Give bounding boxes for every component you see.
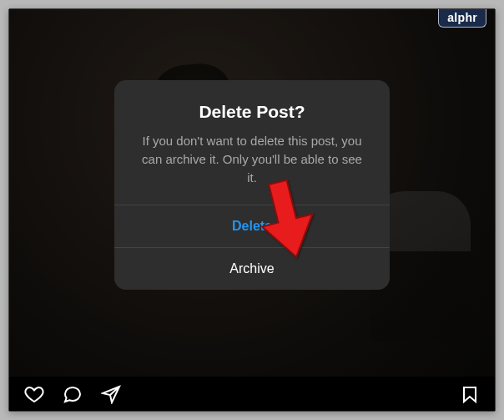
delete-button[interactable]: Delete — [114, 205, 390, 247]
save-button[interactable] — [456, 381, 483, 407]
dialog-title: Delete Post? — [114, 80, 390, 127]
share-button[interactable] — [98, 381, 124, 407]
comment-icon — [63, 384, 83, 404]
heart-icon — [24, 384, 44, 404]
comment-button[interactable] — [59, 381, 86, 407]
like-button[interactable] — [21, 381, 48, 407]
watermark-badge: alphr — [438, 9, 486, 28]
share-icon — [101, 384, 121, 404]
post-action-bar — [9, 377, 495, 411]
app-frame: Delete Post? If you don't want to delete… — [8, 8, 496, 412]
delete-post-dialog: Delete Post? If you don't want to delete… — [114, 80, 390, 290]
archive-button[interactable]: Archive — [114, 247, 390, 290]
dialog-body-text: If you don't want to delete this post, y… — [114, 127, 390, 205]
bookmark-icon — [460, 384, 480, 404]
